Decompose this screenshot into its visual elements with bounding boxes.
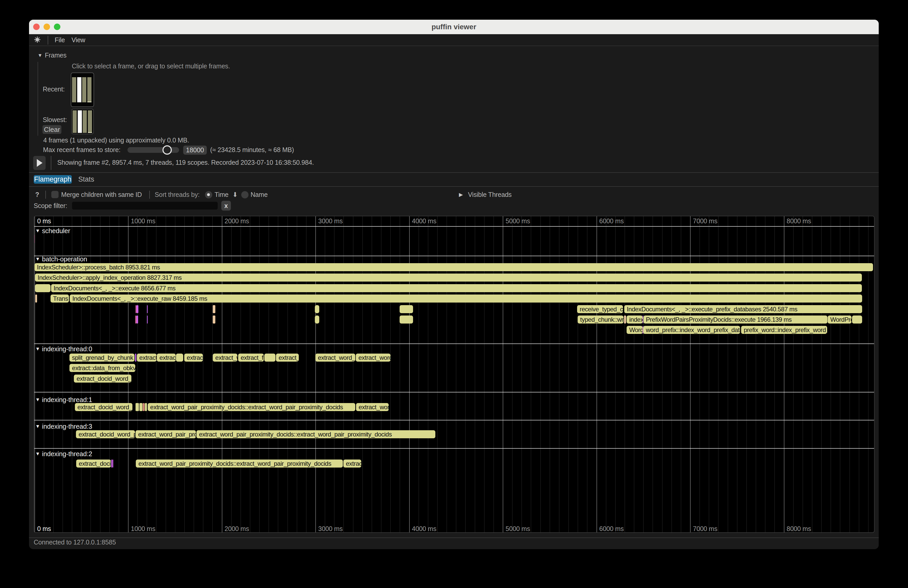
merge-label[interactable]: Merge children with same ID — [61, 191, 142, 198]
scope-bar[interactable]: WordPrefixDocids::execute — [828, 315, 852, 323]
menu-file[interactable]: File — [55, 34, 65, 46]
sort-name-radio[interactable] — [241, 191, 248, 198]
scope-bar[interactable]: PrefixWordPairsProximityDocids::execute … — [644, 315, 828, 323]
scope-bar-label: prefix_word::index_prefix_word_database — [741, 326, 827, 334]
play-button[interactable] — [33, 156, 46, 170]
scope-bar-label: extract_facet_string_docids — [184, 353, 203, 361]
scope-bar[interactable]: typed_chunk::write_typed_chunk_into_inde… — [578, 315, 623, 323]
axis-tick-label: 3000 ms — [318, 217, 343, 225]
merge-checkbox[interactable] — [51, 191, 59, 198]
scope-bar[interactable] — [642, 315, 643, 323]
scope-bar[interactable]: extract_word_position_docids — [213, 353, 237, 361]
thread-name: indexing-thread:0 — [42, 345, 92, 353]
sun-icon[interactable] — [34, 36, 41, 43]
scope-bar[interactable]: split_grenad_by_chunk — [69, 353, 135, 361]
scope-bar[interactable]: IndexScheduler>::process_batch 8953.821 … — [34, 263, 873, 271]
scope-bar[interactable]: extract_geo_points — [276, 353, 299, 361]
scope-bar[interactable] — [213, 305, 215, 313]
scope-bar[interactable] — [35, 284, 50, 292]
scope-bar[interactable]: WordPrefixDocids::execute — [626, 326, 642, 334]
scope-bar[interactable] — [139, 403, 143, 411]
help-button[interactable]: ? — [35, 191, 39, 198]
scope-bar[interactable]: IndexDocuments<_, _>::execute_prefix_dat… — [624, 305, 862, 313]
scope-bar[interactable] — [315, 315, 319, 323]
scope-bar-label: extract_word_position_docids — [356, 403, 389, 411]
slowest-frames-thumbnail[interactable] — [71, 109, 94, 134]
sort-time-label[interactable]: Time — [214, 191, 229, 198]
scope-bar[interactable]: prefix_word::index_prefix_word_database — [741, 326, 827, 334]
max-frames-value[interactable]: 18000 — [183, 146, 207, 155]
scope-bar-label: extract_word_position_docids — [343, 459, 361, 468]
sort-name-label[interactable]: Name — [251, 191, 268, 198]
scope-bar[interactable]: receive_typed_chunk — [577, 305, 623, 313]
scope-bar-label: IndexDocuments<_, _>::execute_prefix_dat… — [624, 305, 862, 313]
scope-bar[interactable] — [624, 315, 626, 323]
scope-bar[interactable] — [147, 305, 148, 313]
scope-bar[interactable]: index_word_prefix_database — [626, 315, 642, 323]
scope-bar[interactable] — [852, 315, 862, 323]
flamegraph-canvas[interactable]: 0 ms1000 ms2000 ms3000 ms4000 ms5000 ms6… — [34, 216, 874, 533]
scope-bar[interactable]: Trans — [50, 294, 69, 302]
max-frames-hint: (≈ 23428.5 minutes, ≈ 68 MB) — [210, 146, 294, 154]
scope-filter-input[interactable] — [72, 202, 218, 210]
scope-bar[interactable] — [399, 305, 413, 313]
frame-bar — [77, 77, 81, 102]
scope-bar[interactable]: extract_docid_word_positions — [75, 403, 132, 411]
scope-bar[interactable]: word_prefix::index_word_prefix_database — [643, 326, 740, 334]
visible-threads-collapse-icon[interactable]: ▶ — [459, 191, 463, 198]
scope-bar[interactable] — [399, 315, 413, 323]
thread-separator — [34, 392, 874, 392]
scope-bar[interactable] — [176, 353, 183, 361]
scope-bar[interactable] — [135, 403, 139, 411]
scope-bar[interactable]: extract_word_docids — [316, 353, 355, 361]
scope-bar-label: extract_fid_docid_facet_values — [238, 353, 264, 361]
scope-bar[interactable]: extract_word_pair_proximity_docids::extr… — [196, 430, 435, 438]
scope-bar[interactable]: extract_word_pair_proximity_docids::extr… — [136, 459, 343, 468]
sort-time-radio[interactable] — [205, 191, 212, 198]
scope-bar[interactable]: extract_word_docids — [137, 353, 156, 361]
scope-bar[interactable]: extract_facet_number_docids — [157, 353, 175, 361]
scope-bar[interactable]: extract::data_from_obkv_documents — [69, 364, 135, 372]
clear-button[interactable]: Clear — [42, 125, 61, 134]
scope-bar[interactable] — [111, 459, 112, 468]
tab-flamegraph[interactable]: Flamegraph — [34, 175, 72, 184]
scope-bar[interactable] — [137, 315, 138, 323]
scope-bar[interactable] — [264, 353, 275, 361]
scope-bar[interactable] — [35, 294, 37, 302]
scope-bar-label: WordPrefixDocids::execute — [626, 326, 642, 334]
scope-bar[interactable]: extract_fid_docid_facet_values — [238, 353, 264, 361]
scope-bar[interactable]: extract_word_position_docids — [343, 459, 361, 468]
scope-bar[interactable] — [112, 459, 113, 468]
tab-stats[interactable]: Stats — [78, 175, 94, 184]
scope-bar[interactable]: IndexDocuments<_, _>::execute_raw 8459.1… — [70, 294, 862, 302]
scope-bar[interactable] — [147, 315, 148, 323]
scope-bar[interactable]: extract_word_pair_proximity_docids — [135, 430, 196, 438]
scope-bar[interactable] — [143, 403, 145, 411]
axis-tick-label: 3000 ms — [318, 525, 343, 533]
scope-bar[interactable]: IndexScheduler>::apply_index_operation 8… — [35, 273, 862, 281]
scope-bar[interactable] — [315, 305, 319, 313]
scope-bar[interactable]: extract_word_position_docids — [356, 403, 389, 411]
frames-collapse-icon[interactable]: ▼ — [37, 53, 42, 58]
menu-view[interactable]: View — [71, 34, 85, 46]
visible-threads-label[interactable]: Visible Threads — [468, 191, 512, 198]
recent-frames-thumbnail[interactable] — [71, 72, 94, 107]
slider-knob[interactable] — [163, 145, 172, 155]
scope-bar[interactable]: extract_docid_word_positions — [76, 430, 135, 438]
scope-bar[interactable]: extract_facet_string_docids — [184, 353, 203, 361]
scope-bar[interactable]: extract_docid_word_positions — [76, 459, 111, 468]
scope-bar-label: extract_word_position_docids — [213, 353, 237, 361]
thread-separator — [34, 448, 874, 449]
scope-bar[interactable] — [145, 403, 147, 411]
scope-bar[interactable]: extract_docid_word_positions — [74, 374, 131, 382]
frames-header[interactable]: Frames — [45, 51, 67, 59]
recent-label: Recent: — [43, 85, 65, 93]
scope-bar[interactable] — [213, 315, 215, 323]
scope-bar[interactable]: extract_word_pair_proximity_docids::extr… — [148, 403, 355, 411]
clear-filter-button[interactable]: x — [221, 201, 231, 210]
scope-bar[interactable] — [135, 353, 136, 361]
scope-bar[interactable]: extract_word_position_docids — [356, 353, 391, 361]
thread-name: batch-operation — [42, 255, 87, 263]
scope-bar[interactable] — [137, 305, 138, 313]
scope-bar[interactable]: IndexDocuments<_, _>::execute 8656.677 m… — [51, 284, 862, 292]
